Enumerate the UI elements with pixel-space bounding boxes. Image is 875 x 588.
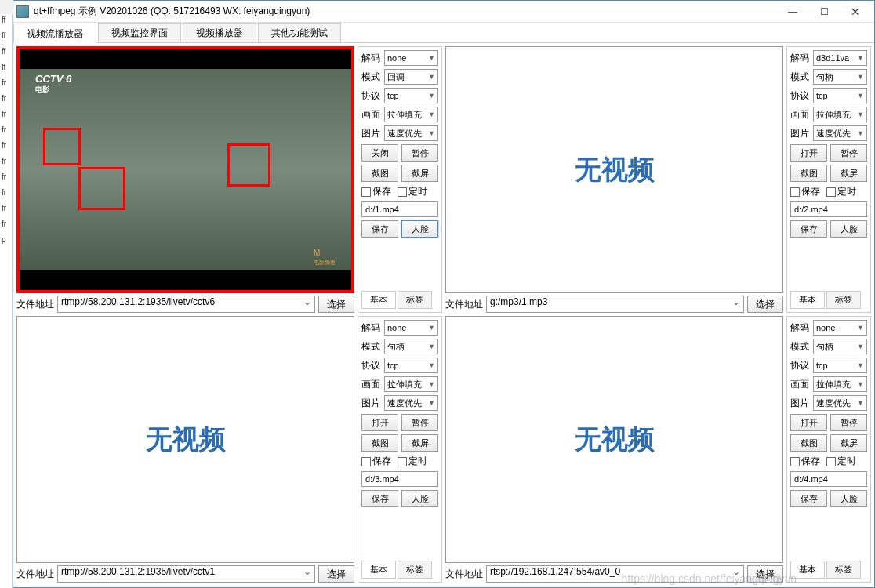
tab-3[interactable]: 其他功能测试 — [258, 23, 341, 42]
video-area[interactable]: CCTV 6电影 M电影频道 — [16, 46, 354, 293]
select-button[interactable]: 选择 — [747, 296, 783, 313]
subtab-basic[interactable]: 基本 — [361, 561, 396, 579]
select[interactable]: 句柄▼ — [384, 339, 438, 354]
select[interactable]: tcp▼ — [813, 88, 867, 103]
tab-0[interactable]: 视频流播放器 — [13, 24, 96, 43]
capture-screen-button[interactable]: 截屏 — [401, 434, 438, 452]
save-button[interactable]: 保存 — [790, 490, 827, 507]
capture-screen-button[interactable]: 截屏 — [830, 165, 867, 182]
select[interactable]: 速度优先▼ — [813, 125, 867, 141]
open-close-button[interactable]: 关闭 — [361, 144, 398, 162]
mode-label: 模式 — [790, 340, 811, 354]
subtab-basic[interactable]: 基本 — [361, 291, 396, 309]
select-button[interactable]: 选择 — [318, 565, 354, 583]
save-checkbox[interactable]: 保存 — [790, 455, 820, 468]
pause-button[interactable]: 暂停 — [401, 144, 438, 162]
image-label: 图片 — [790, 397, 811, 410]
capture-screen-button[interactable]: 截屏 — [830, 434, 867, 452]
face-button[interactable]: 人脸 — [401, 220, 438, 238]
face-button[interactable]: 人脸 — [830, 490, 867, 507]
video-area[interactable]: 无视频 — [16, 316, 354, 563]
select[interactable]: 速度优先▼ — [384, 395, 438, 411]
face-button[interactable]: 人脸 — [401, 490, 438, 507]
timer-checkbox[interactable]: 定时 — [398, 185, 427, 198]
select[interactable]: 速度优先▼ — [813, 395, 867, 411]
subtab-tag[interactable]: 标签 — [398, 561, 432, 579]
video-area[interactable]: 无视频 — [445, 316, 783, 563]
video-area[interactable]: 无视频 — [445, 46, 783, 293]
save-checkbox[interactable]: 保存 — [361, 185, 391, 198]
select[interactable]: d3d11va▼ — [813, 50, 867, 66]
no-video-label: 无视频 — [575, 422, 655, 458]
file-addr-input[interactable]: rtmp://58.200.131.2:1935/livetv/cctv1⌄ — [57, 565, 315, 583]
select[interactable]: 拉伸填充▼ — [384, 107, 438, 122]
select[interactable]: 速度优先▼ — [384, 125, 438, 141]
select-button[interactable]: 选择 — [747, 565, 783, 583]
subtab-basic[interactable]: 基本 — [790, 561, 825, 579]
select[interactable]: tcp▼ — [813, 358, 867, 373]
save-button[interactable]: 保存 — [790, 220, 827, 238]
video-panel-4: 无视频 文件地址 rtsp://192.168.1.247:554/av0_0⌄… — [445, 316, 871, 583]
file-path-input[interactable] — [790, 201, 867, 217]
file-path-input[interactable] — [790, 471, 867, 487]
capture-screen-button[interactable]: 截屏 — [401, 165, 438, 182]
save-checkbox[interactable]: 保存 — [790, 185, 820, 198]
tab-1[interactable]: 视频监控界面 — [98, 23, 181, 42]
image-label: 图片 — [361, 397, 382, 410]
subtab-tag[interactable]: 标签 — [398, 291, 432, 309]
capture-image-button[interactable]: 截图 — [790, 434, 827, 452]
face-box — [43, 128, 81, 165]
file-addr-input[interactable]: rtsp://192.168.1.247:554/av0_0⌄ — [486, 565, 744, 583]
select[interactable]: none▼ — [384, 320, 438, 336]
select[interactable]: 拉伸填充▼ — [813, 107, 867, 122]
titlebar: qt+ffmpeg 示例 V20201026 (QQ: 517216493 WX… — [13, 1, 874, 23]
open-close-button[interactable]: 打开 — [790, 144, 827, 162]
decode-label: 解码 — [790, 52, 811, 65]
select[interactable]: 拉伸填充▼ — [813, 376, 867, 392]
protocol-label: 协议 — [790, 89, 811, 103]
open-close-button[interactable]: 打开 — [790, 414, 827, 431]
control-panel: 解码none▼ 模式回调▼ 协议tcp▼ 画面拉伸填充▼ 图片速度优先▼ 关闭 … — [358, 46, 442, 313]
timer-checkbox[interactable]: 定时 — [826, 185, 856, 198]
pause-button[interactable]: 暂停 — [401, 414, 438, 431]
timer-checkbox[interactable]: 定时 — [826, 455, 856, 468]
close-button[interactable]: ✕ — [840, 2, 871, 21]
select-button[interactable]: 选择 — [318, 296, 354, 313]
file-path-input[interactable] — [361, 471, 438, 487]
tab-2[interactable]: 视频播放器 — [183, 23, 256, 42]
subtab-tag[interactable]: 标签 — [826, 561, 861, 579]
face-button[interactable]: 人脸 — [830, 220, 867, 238]
pause-button[interactable]: 暂停 — [830, 414, 867, 431]
select[interactable]: tcp▼ — [384, 88, 438, 103]
save-button[interactable]: 保存 — [361, 490, 398, 507]
subtab-tag[interactable]: 标签 — [826, 291, 861, 309]
timer-checkbox[interactable]: 定时 — [398, 455, 427, 468]
save-checkbox[interactable]: 保存 — [361, 455, 391, 468]
select[interactable]: 句柄▼ — [813, 339, 867, 354]
subtab-basic[interactable]: 基本 — [790, 291, 825, 309]
capture-image-button[interactable]: 截图 — [361, 165, 398, 182]
decode-label: 解码 — [361, 321, 382, 335]
file-addr-label: 文件地址 — [445, 298, 483, 311]
capture-image-button[interactable]: 截图 — [361, 434, 398, 452]
main-tabs: 视频流播放器视频监控界面视频播放器其他功能测试 — [13, 23, 874, 43]
file-addr-input[interactable]: g:/mp3/1.mp3⌄ — [486, 296, 744, 313]
select[interactable]: none▼ — [813, 320, 867, 336]
select[interactable]: 句柄▼ — [813, 69, 867, 85]
channel-logo: CCTV 6电影 — [35, 73, 71, 95]
file-path-input[interactable] — [361, 201, 438, 217]
window-title: qt+ffmpeg 示例 V20201026 (QQ: 517216493 WX… — [34, 5, 777, 18]
select[interactable]: 拉伸填充▼ — [384, 376, 438, 392]
face-box — [227, 143, 270, 187]
file-addr-input[interactable]: rtmp://58.200.131.2:1935/livetv/cctv6⌄ — [57, 296, 315, 313]
file-addr-label: 文件地址 — [445, 568, 483, 581]
open-close-button[interactable]: 打开 — [361, 414, 398, 431]
select[interactable]: 回调▼ — [384, 69, 438, 85]
select[interactable]: none▼ — [384, 50, 438, 66]
capture-image-button[interactable]: 截图 — [790, 165, 827, 182]
maximize-button[interactable]: ☐ — [808, 2, 840, 21]
pause-button[interactable]: 暂停 — [830, 144, 867, 162]
select[interactable]: tcp▼ — [384, 358, 438, 373]
save-button[interactable]: 保存 — [361, 220, 398, 238]
minimize-button[interactable]: — — [777, 2, 808, 21]
